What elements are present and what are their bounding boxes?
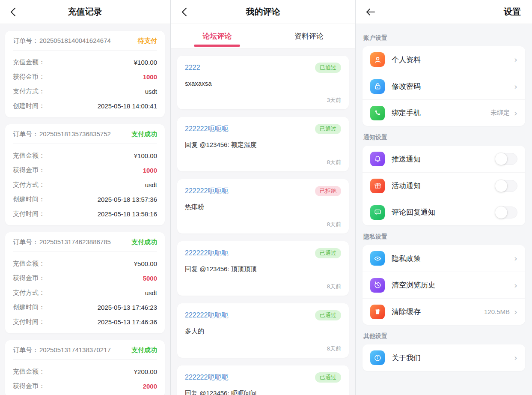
- comment-thread-link[interactable]: 222222呃呃呃: [185, 249, 228, 258]
- chevron-right-icon: ›: [514, 254, 517, 263]
- arrow-left-icon: [366, 8, 375, 16]
- method-label: 支付方式：: [13, 87, 45, 96]
- comment-top-row: 222222呃呃呃 已通过: [185, 248, 341, 258]
- row-value: 120.5MB: [484, 308, 510, 315]
- paid-label: 支付时间：: [13, 318, 45, 326]
- comment-card: 222222呃呃呃 已通过 回复 @123456: 呃呃问问 8天前: [177, 365, 349, 395]
- chevron-right-icon: ›: [514, 55, 517, 64]
- coins-label: 获得金币：: [13, 382, 45, 390]
- active-tab-underline: [194, 45, 240, 47]
- method-value: usdt: [145, 289, 157, 296]
- comment-time: 8天前: [185, 221, 341, 228]
- row-label: 隐私政策: [392, 254, 514, 263]
- row-change-password[interactable]: 修改密码 ›: [363, 73, 525, 99]
- comment-time: 8天前: [185, 283, 341, 290]
- comment-card: 2222 已通过 sxaxaxsa 3天前: [177, 56, 349, 109]
- comment-top-row: 222222呃呃呃 已通过: [185, 372, 341, 383]
- gift-icon: [370, 179, 385, 193]
- comment-thread-link[interactable]: 2222: [185, 64, 200, 72]
- three-screen-mosaic: 充值记录 订单号：20250518140041624674 待支付 充值金额： …: [0, 0, 532, 395]
- coins-value: 2000: [143, 383, 157, 390]
- comment-content: 多大的: [185, 327, 341, 335]
- order-number: 订单号：20250513174623886785: [13, 238, 111, 246]
- amount-label: 充值金额：: [13, 152, 45, 160]
- chevron-right-icon: ›: [514, 281, 517, 290]
- trash-icon: [370, 305, 385, 319]
- push-notifications-toggle[interactable]: [495, 153, 517, 165]
- back-button[interactable]: [8, 0, 18, 24]
- tab-label: 论坛评论: [202, 31, 232, 41]
- paid-value: 2025-05-18 13:58:16: [98, 210, 157, 218]
- status-badge: 待支付: [138, 37, 157, 45]
- created-value: 2025-05-18 13:57:36: [98, 196, 157, 203]
- review-status-badge: 已通过: [315, 372, 341, 383]
- chevron-right-icon: ›: [514, 82, 517, 91]
- chevron-left-icon: [10, 7, 16, 17]
- toggle-knob: [495, 206, 507, 218]
- back-button[interactable]: [363, 0, 378, 24]
- row-label: 活动通知: [392, 181, 495, 191]
- activity-notifications-toggle[interactable]: [495, 180, 517, 192]
- row-privacy-policy[interactable]: 隐私政策 ›: [363, 245, 525, 272]
- other-settings-group: 关于我们 ›: [363, 344, 525, 371]
- comment-content: sxaxaxsa: [185, 80, 341, 87]
- row-activity-notifications: 活动通知: [363, 172, 525, 199]
- comment-thread-link[interactable]: 222222呃呃呃: [185, 125, 228, 134]
- created-value: 2025-05-13 17:46:23: [98, 304, 157, 311]
- order-number: 订单号：20250518135736835752: [13, 130, 111, 138]
- comment-thread-link[interactable]: 222222呃呃呃: [185, 187, 228, 196]
- recharge-order-card: 订单号：20250513174623886785 支付成功 充值金额： ¥500…: [5, 232, 165, 333]
- comment-thread-link[interactable]: 222222呃呃呃: [185, 311, 228, 320]
- comment-top-row: 222222呃呃呃 已通过: [185, 124, 341, 134]
- method-label: 支付方式：: [13, 289, 45, 297]
- row-profile[interactable]: 个人资料 ›: [363, 46, 525, 73]
- coins-label: 获得金币：: [13, 73, 45, 81]
- user-icon: [370, 52, 385, 67]
- section-label-privacy: 隐私设置: [363, 233, 524, 241]
- order-no-value: 20250513174138370217: [39, 346, 111, 353]
- row-about-us[interactable]: 关于我们 ›: [363, 344, 525, 371]
- row-clear-cache[interactable]: 清除缓存 120.5MB ›: [363, 298, 525, 325]
- comment-time: 8天前: [185, 159, 341, 166]
- method-value: usdt: [145, 88, 157, 95]
- row-clear-browsing-history[interactable]: 清空浏览历史 ›: [363, 272, 525, 298]
- amount-value: ¥100.00: [134, 59, 157, 66]
- tab-profile-comments[interactable]: 资料评论: [263, 24, 355, 48]
- amount-value: ¥500.00: [134, 260, 157, 267]
- comment-top-row: 2222 已通过: [185, 63, 341, 73]
- method-value: usdt: [145, 181, 157, 189]
- bell-icon: [370, 152, 385, 166]
- page-title: 我的评论: [171, 6, 355, 18]
- comment-top-row: 222222呃呃呃 已通过: [185, 310, 341, 320]
- comment-content: 回复 @123456: 额定温度: [185, 141, 341, 149]
- history-icon: [370, 278, 385, 293]
- comment-reply-notifications-toggle[interactable]: [495, 206, 517, 218]
- chevron-left-icon: [181, 7, 187, 17]
- order-number: 订单号：20250518140041624674: [13, 37, 111, 45]
- status-badge: 支付成功: [131, 238, 157, 246]
- row-value: 未绑定: [490, 109, 510, 117]
- amount-value: ¥100.00: [134, 152, 157, 159]
- page-title: 设置: [356, 6, 532, 18]
- tab-forum-comments[interactable]: 论坛评论: [171, 24, 263, 48]
- coins-value: 5000: [143, 275, 157, 282]
- created-label: 创建时间：: [13, 195, 45, 203]
- status-badge: 支付成功: [131, 346, 157, 354]
- privacy-settings-group: 隐私政策 › 清空浏览历史 › 清除缓存 120.5MB ›: [363, 245, 525, 325]
- order-no-label: 订单号：: [13, 130, 39, 138]
- comment-content: 热痱粉: [185, 203, 341, 211]
- recharge-header: 充值记录: [0, 0, 170, 24]
- amount-value: ¥200.00: [134, 368, 157, 375]
- coins-label: 获得金币：: [13, 166, 45, 174]
- row-bind-phone[interactable]: 绑定手机 未绑定 ›: [363, 99, 525, 126]
- back-button[interactable]: [179, 0, 190, 24]
- section-label-other: 其他设置: [363, 332, 524, 340]
- order-no-label: 订单号：: [13, 37, 39, 44]
- order-no-value: 20250518140041624674: [39, 37, 111, 44]
- status-badge: 支付成功: [131, 130, 157, 138]
- comment-top-row: 222222呃呃呃 已拒绝: [185, 186, 341, 196]
- created-label: 创建时间：: [13, 102, 45, 110]
- toggle-knob: [495, 180, 507, 192]
- order-no-label: 订单号：: [13, 346, 39, 353]
- comment-thread-link[interactable]: 222222呃呃呃: [185, 373, 228, 382]
